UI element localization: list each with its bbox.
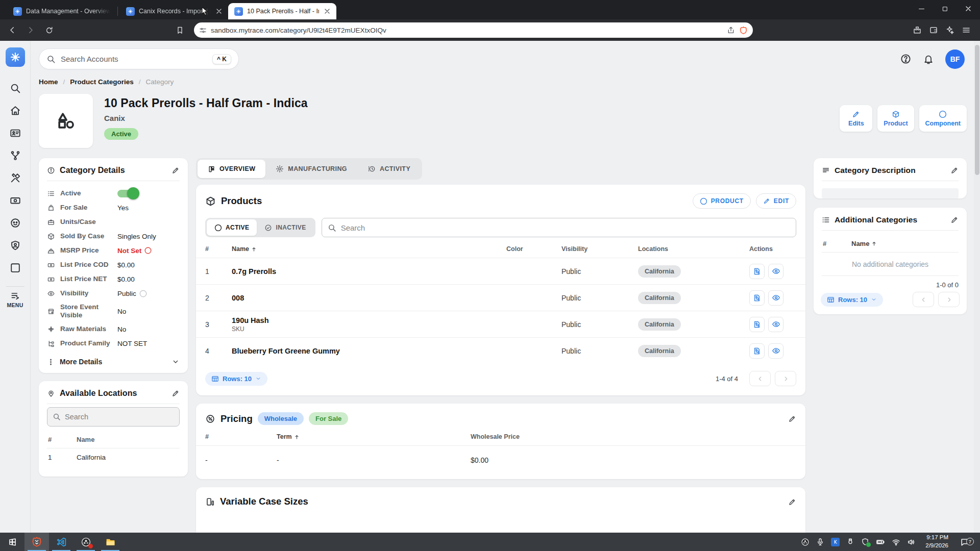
taskbar-explorer[interactable] [98,533,122,551]
edits-button[interactable]: Edits [840,105,872,132]
ac-rows-per-page-dropdown[interactable]: Rows: 10 [821,293,883,307]
sidebar-item-support[interactable] [5,212,26,234]
ac-prev-page-button[interactable] [913,292,934,307]
page-scrollbar[interactable] [974,41,980,533]
scrollbar-thumb[interactable] [975,45,979,175]
url-bar[interactable]: sandbox.mytrace.com/category/U9l2t4E9T2m… [194,22,753,38]
window-maximize-button[interactable] [933,0,957,17]
sidebar-item-sales[interactable] [5,189,26,212]
products-search[interactable] [322,218,796,237]
extensions-icon[interactable] [913,26,922,35]
tray-battery-icon[interactable] [876,537,885,546]
global-search-input[interactable] [61,55,207,63]
back-button[interactable] [5,23,19,37]
edit-locations-icon[interactable] [172,389,180,397]
sidebar-menu-button[interactable]: MENU [7,291,23,308]
sidebar-item-workflows[interactable] [5,144,26,167]
browser-tab-current[interactable]: 10 Pack Prerolls - Half - In [228,3,336,19]
sort-by-name[interactable]: Name [232,245,506,253]
tray-microphone-icon[interactable] [816,538,824,546]
products-search-input[interactable] [341,223,790,232]
product-row[interactable]: 1 0.7g Prerolls Public California [196,258,805,284]
add-product-pill-button[interactable]: PRODUCT [693,193,751,209]
browser-tab-data-management[interactable]: Data Management - Overview | MyTra [7,3,115,19]
sidebar-item-home[interactable] [5,99,26,122]
browser-tab-canix-records[interactable]: Canix Records - Import | MyTrace [120,3,228,19]
edit-category-details-icon[interactable] [172,166,180,174]
brave-shield-icon[interactable] [739,26,748,35]
global-search[interactable]: ^ K [39,48,239,69]
notification-center-button[interactable]: 7 [958,537,975,547]
breadcrumb-product-categories[interactable]: Product Categories [70,78,134,86]
preview-button[interactable] [768,290,783,306]
taskbar-obs[interactable] [74,533,98,551]
view-records-button[interactable] [749,264,765,279]
bookmark-icon[interactable] [173,23,187,37]
view-records-button[interactable] [749,343,765,359]
product-row[interactable]: 3 190u Hash SKU Public California [196,311,805,337]
preview-button[interactable] [768,317,783,332]
edit-additional-categories-icon[interactable] [950,216,959,224]
preview-button[interactable] [768,264,783,279]
edit-pricing-icon[interactable] [788,415,796,423]
sidebar-item-contacts[interactable] [5,122,26,144]
product-name-link[interactable]: 0.7g Prerolls [232,267,506,276]
wallet-icon[interactable] [929,26,938,35]
product-name-link[interactable]: Blueberry Fort Greene Gummy [232,347,506,355]
taskbar-brave[interactable] [24,533,49,551]
forward-button[interactable] [23,23,38,37]
prev-page-button[interactable] [749,371,771,386]
tray-obs-icon[interactable] [801,538,810,546]
tab-close-icon[interactable] [323,7,331,15]
user-avatar[interactable]: BF [945,49,965,69]
sidebar-item-analytics[interactable] [5,257,26,279]
leo-ai-icon[interactable] [945,26,954,35]
sidebar-item-admin[interactable] [5,234,26,257]
site-settings-icon[interactable] [199,27,207,34]
help-icon[interactable] [900,53,912,65]
tray-wifi-icon[interactable] [892,538,900,546]
product-name-link[interactable]: 190u Hash [232,316,269,324]
location-row[interactable]: 1 California [39,448,188,466]
reload-button[interactable] [42,23,56,37]
tray-k-app-icon[interactable] [831,538,840,546]
product-row[interactable]: 4 Blueberry Fort Greene Gummy Public Cal… [196,337,805,364]
sidebar-item-tools[interactable] [5,167,26,189]
ac-sort-by-name[interactable]: Name [851,240,958,247]
view-records-button[interactable] [749,290,765,306]
filter-inactive-button[interactable]: INACTIVE [257,219,313,236]
edit-case-sizes-icon[interactable] [788,498,796,506]
next-page-button[interactable] [775,371,796,386]
tab-overview[interactable]: OVERVIEW [198,160,265,178]
product-row[interactable]: 2 008 Public California [196,284,805,311]
tab-manufacturing[interactable]: MANUFACTURING [265,160,357,178]
tab-close-icon[interactable] [215,7,223,15]
edit-products-pill-button[interactable]: EDIT [756,193,796,209]
sort-by-term[interactable]: Term [277,433,471,440]
rows-per-page-dropdown[interactable]: Rows: 10 [205,372,267,386]
window-close-button[interactable] [957,0,980,17]
tab-activity[interactable]: ACTIVITY [357,160,421,178]
url-text[interactable]: sandbox.mytrace.com/category/U9l2t4E9T2m… [211,27,723,34]
more-details-toggle[interactable]: More Details [39,352,188,373]
tray-security-icon[interactable] [861,538,869,546]
product-name-link[interactable]: 008 [232,294,506,302]
info-tooltip-icon[interactable] [139,290,147,297]
preview-button[interactable] [768,343,783,359]
notifications-bell-icon[interactable] [923,54,934,65]
add-product-button[interactable]: Product [877,105,914,132]
taskbar-clock[interactable]: 9:17 PM 2/9/2026 [922,534,951,549]
browser-menu-icon[interactable] [962,26,971,35]
taskbar-vscode[interactable] [49,533,74,551]
edit-description-icon[interactable] [950,166,959,174]
tray-usb-icon[interactable] [846,538,854,546]
filter-active-button[interactable]: ACTIVE [207,219,257,236]
start-button[interactable] [0,533,24,551]
tray-volume-icon[interactable] [907,538,916,546]
locations-search-input[interactable] [65,413,174,421]
active-toggle[interactable] [117,190,138,197]
view-records-button[interactable] [749,317,765,332]
window-minimize-button[interactable] [910,0,933,17]
ac-next-page-button[interactable] [938,292,960,307]
locations-search[interactable] [47,407,180,427]
